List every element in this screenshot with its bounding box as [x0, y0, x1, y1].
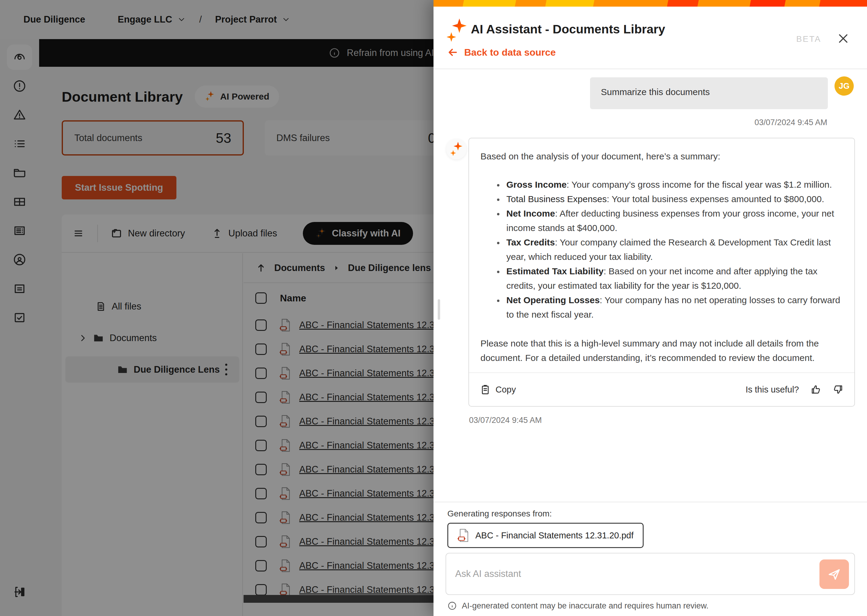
source-chip-label: ABC - Financial Statements 12.31.20.pdf [475, 531, 634, 541]
response-bullet: Gross Income: Your company’s gross incom… [504, 178, 843, 192]
info-icon [447, 601, 457, 611]
response-bullet: Net Income: After deducting business exp… [504, 206, 843, 235]
assistant-message-timestamp: 03/07/2024 9:45 AM [469, 416, 542, 425]
thumbs-up-icon [810, 384, 821, 395]
generating-from-label: Generating responses from: [447, 509, 552, 519]
disclaimer-text: AI-generated content may be inaccurate a… [462, 601, 708, 611]
ask-ai-input[interactable] [446, 553, 812, 594]
chat-area: Summarize this documents JG 03/07/2024 9… [434, 69, 867, 502]
ai-sparkle-logo-icon [450, 141, 462, 157]
close-icon [837, 32, 850, 45]
back-link-label: Back to data source [464, 47, 556, 58]
copy-label: Copy [495, 385, 516, 394]
brand-gradient-strip [434, 0, 867, 6]
ai-disclaimer: AI-generated content may be inaccurate a… [447, 601, 708, 611]
panel-header: AI Assistant - Documents Library BETA Ba… [434, 6, 867, 69]
ai-bullet-list: Gross Income: Your company’s gross incom… [481, 178, 843, 322]
ai-sparkle-logo-icon [447, 17, 467, 44]
user-avatar: JG [834, 76, 854, 96]
app-window: Due Diligence Engage LLC / Project Parro… [0, 0, 867, 616]
ai-assistant-panel: AI Assistant - Documents Library BETA Ba… [434, 0, 867, 616]
user-message-bubble: Summarize this documents [590, 77, 828, 109]
response-bullet: Net Operating Losses: Your company has n… [504, 293, 843, 322]
response-note: Please note that this is a high-level su… [481, 336, 843, 365]
response-intro: Based on the analysis of your document, … [481, 149, 843, 163]
thumbs-up-button[interactable] [810, 384, 821, 395]
is-this-useful-label: Is this useful? [746, 382, 799, 397]
paper-plane-icon [828, 567, 841, 581]
response-footer: Copy Is this useful? [469, 372, 854, 406]
user-message-timestamp: 03/07/2024 9:45 AM [754, 118, 827, 127]
response-bullet: Total Business Expenses: Your total busi… [504, 192, 843, 206]
panel-title: AI Assistant - Documents Library [471, 22, 665, 36]
thumbs-down-icon [833, 384, 843, 395]
beta-badge: BETA [796, 34, 821, 44]
thumbs-down-button[interactable] [833, 384, 843, 395]
panel-footer: Generating responses from: ABC - Financi… [434, 502, 867, 616]
send-button[interactable] [820, 559, 849, 589]
assistant-avatar [446, 139, 467, 159]
copy-button[interactable]: Copy [480, 384, 516, 395]
source-document-chip[interactable]: ABC - Financial Statements 12.31.20.pdf [447, 523, 644, 548]
arrow-left-icon [447, 46, 459, 58]
assistant-response-card: Based on the analysis of your document, … [468, 138, 855, 407]
ask-input-wrap [446, 553, 855, 595]
back-to-data-source-link[interactable]: Back to data source [447, 46, 556, 58]
copy-icon [480, 384, 491, 395]
pdf-file-icon [457, 528, 470, 542]
response-bullet: Tax Credits: Your company claimed the Re… [504, 235, 843, 264]
response-bullet: Estimated Tax Liability: Based on your n… [504, 264, 843, 293]
close-panel-button[interactable] [836, 32, 850, 46]
